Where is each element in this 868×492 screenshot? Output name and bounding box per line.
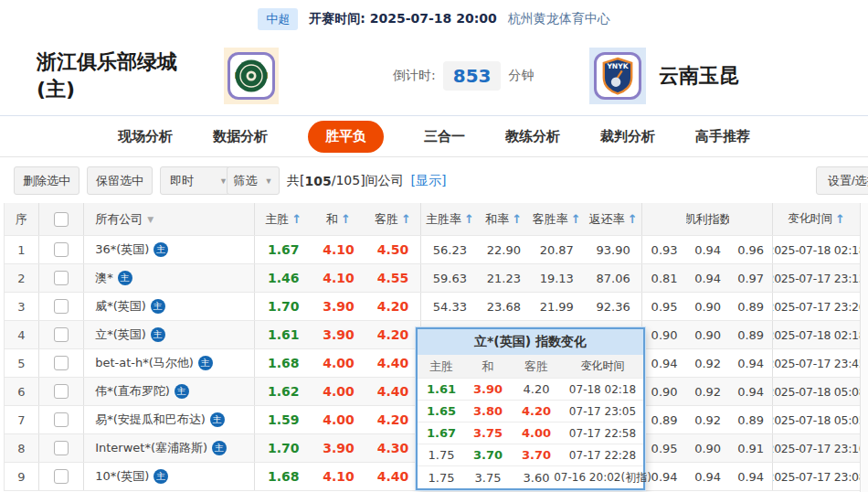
draw-odds[interactable]: 3.90 bbox=[312, 321, 365, 348]
delete-selected-button[interactable]: 删除选中 bbox=[14, 166, 79, 195]
venue-label: 杭州黄龙体育中心 bbox=[508, 11, 610, 27]
chevron-down-icon: ▼ bbox=[265, 176, 273, 186]
row-checkbox[interactable] bbox=[54, 271, 69, 285]
tab-1[interactable]: 现场分析 bbox=[118, 128, 173, 145]
tab-4[interactable]: 三合一 bbox=[424, 128, 465, 145]
row-checkbox[interactable] bbox=[54, 299, 69, 314]
header-change-time[interactable]: 变化时间↑ bbox=[773, 203, 860, 235]
header-return-rate[interactable]: 返还率↑ bbox=[585, 203, 642, 235]
header-company[interactable]: 所有公司▼ bbox=[84, 203, 255, 235]
return-rate: 92.36 bbox=[585, 293, 642, 320]
home-odds[interactable]: 1.61 bbox=[255, 321, 311, 348]
kelly-value: 0.97 bbox=[729, 264, 773, 292]
home-odds[interactable]: 1.46 bbox=[255, 264, 311, 292]
row-checkbox[interactable] bbox=[54, 469, 69, 484]
tab-3[interactable]: 胜平负 bbox=[308, 121, 384, 153]
popup-odds-value: 3.90 bbox=[465, 382, 511, 396]
row-seq: 5 bbox=[5, 349, 39, 377]
row-checkbox[interactable] bbox=[54, 356, 69, 370]
row-checkbox-cell bbox=[39, 321, 85, 348]
company-name[interactable]: 澳*主 bbox=[84, 264, 255, 292]
countdown-value: 853 bbox=[443, 61, 502, 91]
header-home-odds[interactable]: 主胜↑ bbox=[255, 203, 311, 235]
away-odds[interactable]: 4.40 bbox=[365, 349, 420, 377]
home-odds[interactable]: 1.70 bbox=[255, 434, 311, 462]
company-name[interactable]: bet-at-h*(马尔他)主 bbox=[84, 349, 255, 377]
draw-odds[interactable]: 4.10 bbox=[312, 236, 365, 263]
keep-selected-button[interactable]: 保留选中 bbox=[87, 166, 153, 195]
home-tag-icon: 主 bbox=[151, 299, 165, 314]
popup-header: 客胜 bbox=[511, 358, 562, 375]
change-time: 2025-07-17 23:08 bbox=[773, 463, 860, 490]
draw-odds[interactable]: 3.90 bbox=[312, 434, 365, 462]
select-all-checkbox[interactable] bbox=[54, 212, 69, 227]
away-odds[interactable]: 4.40 bbox=[365, 378, 420, 405]
row-checkbox[interactable] bbox=[54, 327, 69, 342]
away-odds[interactable]: 4.20 bbox=[365, 321, 420, 348]
tab-5[interactable]: 教练分析 bbox=[505, 128, 560, 145]
header-home-rate[interactable]: 主胜率↑ bbox=[421, 203, 479, 235]
header-draw-rate[interactable]: 和率↑ bbox=[479, 203, 528, 235]
draw-odds[interactable]: 4.10 bbox=[312, 264, 365, 292]
filter-arrow-icon: ▼ bbox=[147, 215, 153, 224]
tab-2[interactable]: 数据分析 bbox=[213, 128, 268, 145]
company-name[interactable]: Interwet*(塞浦路斯)主 bbox=[84, 434, 255, 462]
table-scrollbar[interactable] bbox=[860, 203, 868, 492]
row-checkbox-cell bbox=[39, 463, 85, 490]
filter-dropdown[interactable]: 筛选▼ bbox=[227, 166, 280, 195]
company-name[interactable]: 36*(英国)主 bbox=[84, 236, 255, 263]
row-checkbox-cell bbox=[39, 378, 85, 405]
home-odds[interactable]: 1.68 bbox=[255, 349, 311, 377]
show-link[interactable]: [显示] bbox=[411, 173, 447, 189]
row-checkbox-cell bbox=[39, 434, 85, 462]
settings-select-button[interactable]: 设置/选择 bbox=[816, 166, 868, 195]
change-time: 2025-07-18 05:05 bbox=[773, 406, 860, 433]
home-tag-icon: 主 bbox=[153, 469, 168, 484]
away-team-name: 云南玉昆 bbox=[659, 62, 739, 90]
home-odds[interactable]: 1.68 bbox=[255, 463, 311, 490]
tab-6[interactable]: 裁判分析 bbox=[600, 128, 655, 145]
draw-odds[interactable]: 4.00 bbox=[312, 406, 365, 433]
draw-odds[interactable]: 4.10 bbox=[312, 463, 365, 490]
header-away-odds[interactable]: 客胜↑ bbox=[365, 203, 420, 235]
row-checkbox-cell bbox=[39, 406, 85, 433]
away-odds[interactable]: 4.30 bbox=[365, 434, 420, 462]
company-name[interactable]: 伟*(直布罗陀)主 bbox=[84, 378, 255, 405]
company-name[interactable]: 威*(英国)主 bbox=[84, 293, 255, 320]
home-odds[interactable]: 1.62 bbox=[255, 378, 311, 405]
draw-odds[interactable]: 4.00 bbox=[312, 349, 365, 377]
row-checkbox[interactable] bbox=[54, 384, 69, 399]
popup-odds-value: 4.00 bbox=[511, 426, 562, 440]
draw-odds[interactable]: 3.90 bbox=[312, 293, 365, 320]
company-name[interactable]: 10*(英国)主 bbox=[84, 463, 255, 490]
kelly-value: 0.90 bbox=[642, 378, 686, 405]
header-draw-odds[interactable]: 和↑ bbox=[312, 203, 365, 235]
row-checkbox[interactable] bbox=[54, 441, 69, 455]
kickoff-time: 开赛时间: 2025-07-18 20:00 bbox=[309, 11, 496, 27]
home-odds[interactable]: 1.70 bbox=[255, 293, 311, 320]
away-odds[interactable]: 4.40 bbox=[365, 463, 420, 490]
countdown-label: 倒计时: bbox=[393, 68, 436, 84]
row-checkbox[interactable] bbox=[54, 242, 69, 257]
tab-7[interactable]: 高手推荐 bbox=[695, 128, 750, 145]
home-tag-icon: 主 bbox=[198, 356, 213, 370]
away-odds[interactable]: 4.50 bbox=[365, 236, 420, 263]
home-odds[interactable]: 1.59 bbox=[255, 406, 311, 433]
home-tag-icon: 主 bbox=[153, 242, 168, 257]
draw-odds[interactable]: 4.00 bbox=[312, 378, 365, 405]
away-odds[interactable]: 4.55 bbox=[365, 264, 420, 292]
row-checkbox[interactable] bbox=[54, 412, 69, 427]
popup-title: 立*(英国) 指数变化 bbox=[418, 329, 643, 355]
away-odds[interactable]: 4.20 bbox=[365, 293, 420, 320]
home-odds[interactable]: 1.67 bbox=[255, 236, 311, 263]
row-checkbox-cell bbox=[39, 349, 85, 377]
league-badge[interactable]: 中超 bbox=[258, 8, 298, 30]
company-name[interactable]: 立*(英国)主 bbox=[84, 321, 255, 348]
company-name[interactable]: 易*(安提瓜和巴布达)主 bbox=[84, 406, 255, 433]
away-odds[interactable]: 4.20 bbox=[365, 406, 420, 433]
popup-odds-value: 1.61 bbox=[418, 382, 465, 396]
row-checkbox-cell bbox=[39, 264, 85, 292]
kelly-value: 0.94 bbox=[729, 349, 773, 377]
away-crest-icon: YNYK bbox=[600, 57, 635, 95]
header-away-rate[interactable]: 客胜率↑ bbox=[529, 203, 585, 235]
